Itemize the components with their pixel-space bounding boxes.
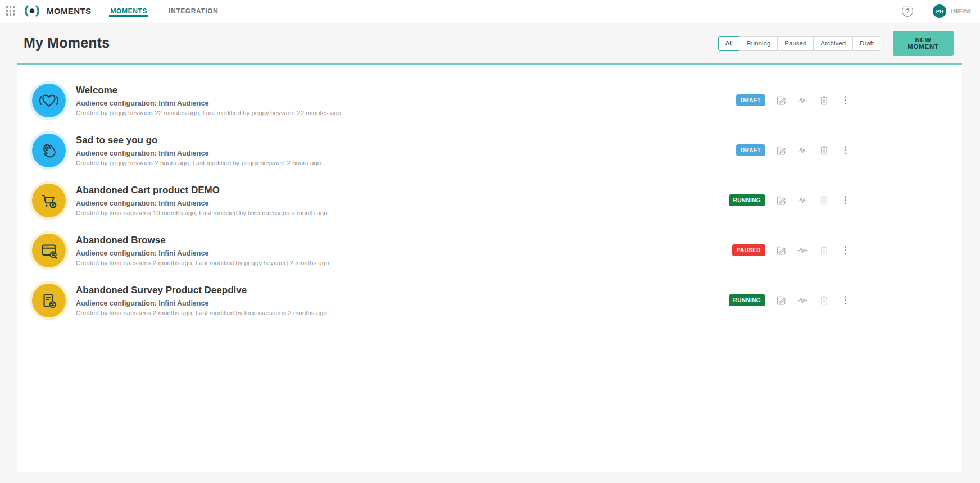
moments-list: Welcome Audience configuration: Infini A…	[17, 75, 962, 325]
more-options-icon[interactable]	[840, 195, 851, 206]
list-item[interactable]: Sad to see you go Audience configuration…	[17, 125, 962, 175]
delete-icon	[819, 195, 829, 206]
status-badge: DRAFT	[736, 144, 765, 156]
page-title: My Moments	[24, 35, 110, 51]
filter-paused[interactable]: Paused	[777, 36, 814, 51]
status-badge: DRAFT	[736, 94, 765, 106]
tab-moments[interactable]: MOMENTS	[109, 6, 148, 17]
moment-meta: Created by timo.naessens 2 months ago, L…	[76, 259, 729, 266]
moment-title[interactable]: Welcome	[76, 85, 729, 96]
abandoned-cart-icon	[32, 184, 66, 217]
moment-meta: Created by timo.naessens 2 months ago, L…	[76, 309, 729, 316]
filter-archived[interactable]: Archived	[813, 36, 853, 51]
more-options-icon[interactable]	[840, 95, 851, 106]
list-item[interactable]: Abandoned Browse Audience configuration:…	[17, 225, 962, 275]
abandoned-browse-icon	[32, 234, 66, 267]
activity-pulse-icon[interactable]	[797, 195, 808, 206]
account-name[interactable]: INFINI	[951, 8, 971, 15]
edit-icon[interactable]	[776, 195, 787, 206]
filter-draft[interactable]: Draft	[852, 36, 881, 51]
waving-hand-icon	[32, 134, 66, 167]
activity-pulse-icon[interactable]	[797, 145, 808, 156]
edit-icon[interactable]	[776, 95, 787, 106]
moments-logo-icon	[23, 4, 41, 17]
top-nav-tabs: MOMENTSINTEGRATION	[109, 6, 238, 17]
status-badge: RUNNING	[729, 194, 765, 206]
delete-icon[interactable]	[819, 95, 829, 106]
new-moment-button[interactable]: NEW MOMENT	[893, 31, 954, 56]
moment-audience: Audience configuration: Infini Audience	[76, 249, 729, 257]
moment-title[interactable]: Abandoned Browse	[76, 235, 729, 246]
moment-title[interactable]: Sad to see you go	[76, 135, 729, 146]
edit-icon[interactable]	[776, 145, 787, 156]
page-header: My Moments AllRunningPausedArchivedDraft…	[0, 22, 980, 63]
apps-grid-icon[interactable]	[6, 6, 15, 16]
moment-title[interactable]: Abandoned Cart product DEMO	[76, 185, 729, 196]
moment-audience: Audience configuration: Infini Audience	[76, 149, 729, 157]
moments-card: Welcome Audience configuration: Infini A…	[17, 63, 962, 472]
edit-icon[interactable]	[776, 245, 787, 256]
edit-icon[interactable]	[776, 295, 787, 306]
topbar-divider	[923, 4, 923, 18]
status-badge: RUNNING	[729, 294, 765, 306]
list-item[interactable]: Abandoned Survey Product Deepdive Audien…	[17, 275, 962, 325]
brand-title: MOMENTS	[47, 6, 91, 16]
delete-icon	[819, 245, 829, 256]
activity-pulse-icon[interactable]	[797, 245, 808, 256]
activity-pulse-icon[interactable]	[797, 295, 808, 306]
filter-all[interactable]: All	[718, 36, 740, 51]
moment-title[interactable]: Abandoned Survey Product Deepdive	[76, 285, 729, 296]
delete-icon	[819, 295, 829, 306]
help-icon[interactable]: ?	[902, 6, 913, 17]
top-bar: MOMENTS MOMENTSINTEGRATION ? PH INFINI	[0, 0, 980, 22]
more-options-icon[interactable]	[840, 145, 851, 156]
more-options-icon[interactable]	[840, 245, 851, 256]
avatar[interactable]: PH	[933, 4, 946, 18]
moment-audience: Audience configuration: Infini Audience	[76, 99, 729, 107]
delete-icon[interactable]	[819, 145, 829, 156]
filter-running[interactable]: Running	[739, 36, 778, 51]
status-filter-group: AllRunningPausedArchivedDraft	[718, 36, 881, 51]
abandoned-survey-icon	[32, 284, 66, 317]
activity-pulse-icon[interactable]	[797, 95, 808, 106]
tab-integration[interactable]: INTEGRATION	[167, 6, 219, 17]
moment-audience: Audience configuration: Infini Audience	[76, 299, 729, 307]
list-item[interactable]: Welcome Audience configuration: Infini A…	[17, 75, 962, 125]
moment-meta: Created by peggy.heyvaert 2 hours ago, L…	[76, 160, 729, 166]
moment-meta: Created by timo.naessens 10 months ago, …	[76, 209, 729, 216]
moment-meta: Created by peggy.heyvaert 22 minutes ago…	[76, 110, 729, 116]
status-badge: PAUSED	[732, 244, 765, 256]
list-item[interactable]: Abandoned Cart product DEMO Audience con…	[17, 175, 962, 225]
more-options-icon[interactable]	[840, 295, 851, 306]
pulsing-heart-icon	[32, 84, 66, 117]
moment-audience: Audience configuration: Infini Audience	[76, 199, 729, 207]
